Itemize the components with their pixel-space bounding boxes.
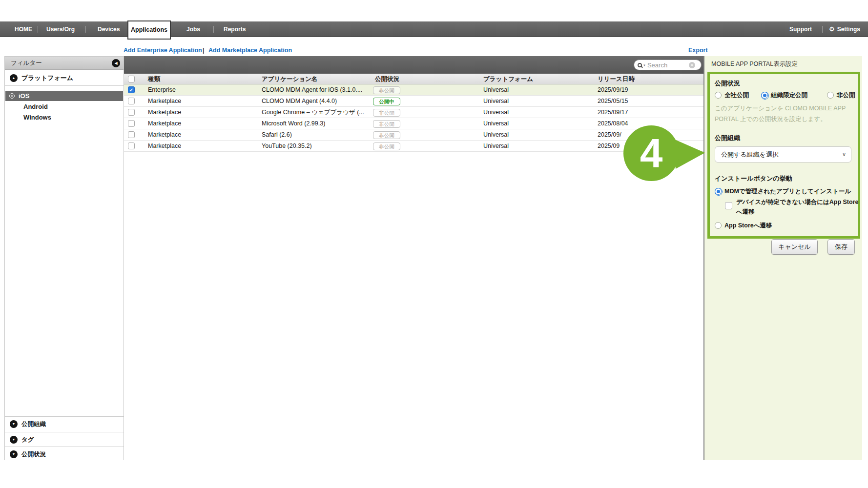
search-box[interactable]: ▼ ✕ xyxy=(634,60,702,70)
column-header-status[interactable]: 公開状況 xyxy=(375,74,399,84)
cell-platform: Universal xyxy=(483,107,509,118)
filter-option-android[interactable]: Android xyxy=(5,102,124,112)
cell-released: 2025/09/ xyxy=(598,129,621,141)
status-badge: 非公開 xyxy=(373,142,400,150)
filter-group-tag[interactable]: ▼タグ xyxy=(5,432,124,447)
radio-icon-checked xyxy=(761,92,768,99)
cell-app-name: YouTube (20.35.2) xyxy=(262,141,312,152)
search-scope-caret-icon[interactable]: ▼ xyxy=(643,64,646,67)
radio-go-to-appstore-label: App Storeへ遷移 xyxy=(724,222,772,229)
nav-tab-jobs[interactable]: Jobs xyxy=(186,21,200,37)
org-select-value: 公開する組織を選択 xyxy=(721,151,779,158)
add-enterprise-application-link[interactable]: Add Enterprise Application xyxy=(124,47,202,54)
radio-org-limited[interactable]: 組織限定公開 xyxy=(761,90,807,100)
nav-separator xyxy=(85,26,86,33)
add-marketplace-application-link[interactable]: Add Marketplace Application xyxy=(208,47,292,54)
row-checkbox[interactable] xyxy=(128,131,135,138)
status-badge: 公開中 xyxy=(373,98,400,105)
cell-released: 2025/05/15 xyxy=(598,96,628,107)
nav-settings-label: Settings xyxy=(837,26,860,33)
row-checkbox-checked[interactable]: ✔ xyxy=(128,86,135,93)
org-select-dropdown[interactable]: 公開する組織を選択 ∨ xyxy=(715,146,851,163)
save-button[interactable]: 保存 xyxy=(827,239,855,255)
radio-install-via-mdm[interactable]: MDMで管理されたアプリとしてインストール xyxy=(715,186,851,196)
filter-group-publish-status[interactable]: ▼公開状況 xyxy=(5,447,124,462)
nav-separator xyxy=(822,26,823,33)
cell-released: 2025/09/17 xyxy=(598,107,628,118)
status-badge: 非公開 xyxy=(373,109,400,117)
filter-group-published-org[interactable]: ▼公開組織 xyxy=(5,416,124,431)
radio-private[interactable]: 非公開 xyxy=(827,90,855,100)
search-input[interactable] xyxy=(647,61,689,69)
search-icon xyxy=(638,63,642,67)
nav-tab-reports[interactable]: Reports xyxy=(224,21,246,37)
filter-option-windows[interactable]: Windows xyxy=(5,112,124,123)
cell-platform: Universal xyxy=(483,129,509,141)
row-checkbox[interactable] xyxy=(128,142,135,149)
table-row[interactable]: Marketplace CLOMO MDM Agent (4.4.0) 公開中 … xyxy=(124,96,703,107)
table-row[interactable]: Marketplace Google Chrome – ウェブブラウザ (...… xyxy=(124,107,703,118)
row-checkbox[interactable] xyxy=(128,98,135,104)
highlighted-settings-box: 公開状況 全社公開 組織限定公開 非公開 このアプリケーションを CLOMO M… xyxy=(707,72,860,239)
cell-app-name: CLOMO MDM Agent for iOS (3.1.0.... xyxy=(262,84,362,96)
cell-type: Enterprise xyxy=(148,84,176,96)
cancel-button[interactable]: キャンセル xyxy=(771,239,818,255)
chevron-down-circle-icon: ▼ xyxy=(10,436,18,444)
column-header-type[interactable]: 種類 xyxy=(148,74,160,84)
appstore-fallback-checkbox[interactable] xyxy=(725,202,732,209)
column-header-platform[interactable]: プラットフォーム xyxy=(483,74,533,84)
radio-company-wide[interactable]: 全社公開 xyxy=(715,90,749,100)
top-navbar: HOME Users/Org Devices Applications Jobs… xyxy=(0,21,868,37)
nav-tab-applications-active[interactable]: Applications xyxy=(127,20,171,40)
cell-type: Marketplace xyxy=(148,141,181,152)
search-clear-icon[interactable]: ✕ xyxy=(689,62,695,68)
filter-group-publish-status-label: 公開状況 xyxy=(21,451,46,458)
mobile-app-portal-settings-panel: MOBILE APP PORTAL表示設定 公開状況 全社公開 組織限定公開 非… xyxy=(703,56,862,460)
nav-tab-users-org[interactable]: Users/Org xyxy=(46,21,75,37)
org-section-label: 公開組織 xyxy=(715,134,740,142)
radio-icon xyxy=(715,92,722,99)
cell-platform: Universal xyxy=(483,96,509,107)
selected-option-icon xyxy=(9,93,15,99)
export-link[interactable]: Export xyxy=(688,47,708,54)
cell-platform: Universal xyxy=(483,118,509,129)
table-row[interactable]: Marketplace Safari (2.6) 非公開 Universal 2… xyxy=(124,129,703,141)
nav-support-link[interactable]: Support xyxy=(789,21,812,37)
select-all-checkbox[interactable] xyxy=(128,76,135,82)
status-badge: 非公開 xyxy=(373,120,400,128)
table-row[interactable]: Marketplace Microsoft Word (2.99.3) 非公開 … xyxy=(124,118,703,129)
table-row[interactable]: Marketplace YouTube (20.35.2) 非公開 Univer… xyxy=(124,141,703,152)
chevron-down-icon: ∨ xyxy=(842,147,846,162)
column-header-app-name[interactable]: アプリケーション名 xyxy=(262,74,318,84)
filter-option-ios-selected[interactable]: iOS xyxy=(5,91,123,101)
row-checkbox[interactable] xyxy=(128,109,135,116)
cell-released: 2025/09 xyxy=(598,141,620,152)
action-links-row: Add Enterprise Application | Add Marketp… xyxy=(0,47,868,55)
cell-released: 2025/08/04 xyxy=(598,118,628,129)
cell-type: Marketplace xyxy=(148,129,181,141)
column-header-released[interactable]: リリース日時 xyxy=(598,74,635,84)
visibility-help-line-1: このアプリケーションを CLOMO MOBILE APP xyxy=(715,104,846,113)
cell-app-name: CLOMO MDM Agent (4.4.0) xyxy=(262,96,337,107)
radio-company-wide-label: 全社公開 xyxy=(724,92,749,99)
chevron-down-circle-icon: ▼ xyxy=(10,450,18,458)
radio-icon xyxy=(827,92,834,99)
visibility-help-line-2: PORTAL 上での公開状況を設定します。 xyxy=(715,115,827,123)
cell-platform: Universal xyxy=(483,141,509,152)
table-row[interactable]: ✔ Enterprise CLOMO MDM Agent for iOS (3.… xyxy=(124,84,703,96)
nav-separator xyxy=(38,26,38,33)
sidebar-collapse-button[interactable]: ◀ xyxy=(112,59,120,67)
radio-go-to-appstore[interactable]: App Storeへ遷移 xyxy=(715,221,772,230)
radio-icon-checked xyxy=(715,188,722,195)
filter-group-platform[interactable]: ▲プラットフォーム xyxy=(5,70,124,86)
visibility-section-label: 公開状況 xyxy=(715,79,740,88)
row-checkbox[interactable] xyxy=(128,120,135,127)
nav-tab-devices[interactable]: Devices xyxy=(98,21,120,37)
nav-settings-link[interactable]: ⚙Settings xyxy=(829,21,860,37)
applications-table-area: ▼ ✕ 種類 アプリケーション名 公開状況 プラットフォーム リリース日時 ✔ … xyxy=(124,56,703,460)
filter-group-published-org-label: 公開組織 xyxy=(21,421,46,427)
chevron-up-circle-icon: ▲ xyxy=(10,74,18,82)
links-divider: | xyxy=(203,47,205,54)
cell-type: Marketplace xyxy=(148,96,181,107)
nav-tab-home[interactable]: HOME xyxy=(15,21,32,37)
